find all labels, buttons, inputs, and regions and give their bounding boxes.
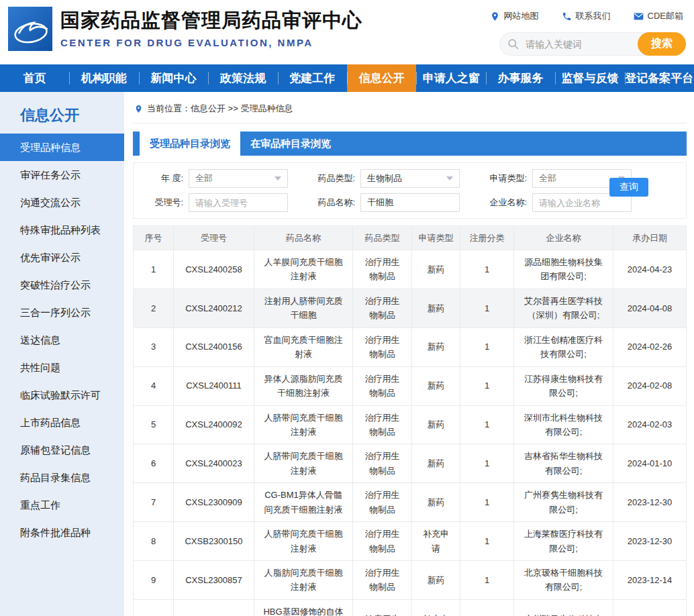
table-header-cell: 序号 <box>134 226 174 250</box>
cell-acceptance-no: CXSB2300150 <box>174 522 254 561</box>
mailbox-link[interactable]: CDE邮箱 <box>634 10 683 22</box>
table-row: 4 CXSL2400111 异体人源脂肪间充质干细胞注射液 治疗用生物制品 新药… <box>134 366 687 405</box>
cell-seq: 1 <box>134 250 174 289</box>
search-button[interactable]: 搜索 <box>638 32 686 56</box>
year-label: 年 度: <box>139 172 183 185</box>
nav-item[interactable]: 新闻中心 <box>139 64 208 92</box>
cell-company: 吉林省拓华生物科技有限公司; <box>514 444 613 483</box>
cell-reg-class: 1 <box>460 444 514 483</box>
cell-reg-class: 1 <box>460 483 514 522</box>
nav-item[interactable]: 首页 <box>0 64 69 92</box>
cell-company: 源品细胞生物科技集团有限公司; <box>514 250 613 289</box>
cell-drug-name: 人脐带间充质干细胞注射液 <box>254 444 353 483</box>
sitemap-link[interactable]: 网站地图 <box>490 10 539 22</box>
nav-item[interactable]: 监督与反馈 <box>555 64 624 92</box>
nav-item[interactable]: 信息公开 <box>347 64 416 92</box>
nav-item[interactable]: 办事服务 <box>486 64 555 92</box>
sidebar-item[interactable]: 受理品种信息 <box>0 134 124 161</box>
drug-name-input[interactable] <box>360 193 460 212</box>
sidebar-item[interactable]: 重点工作 <box>0 491 124 519</box>
table-header-cell: 受理号 <box>174 226 254 250</box>
sidebar-item[interactable]: 临床试验默示许可 <box>0 381 124 409</box>
cell-acceptance-no: CXSB2300138 <box>174 599 254 616</box>
cell-apply-type: 新药 <box>412 250 460 289</box>
cell-drug-name: 人羊膜间充质干细胞注射液 <box>254 250 353 289</box>
tab[interactable]: 在审品种目录浏览 <box>240 132 341 156</box>
cell-reg-class: 1 <box>460 250 514 289</box>
cde-logo[interactable] <box>8 7 52 51</box>
table-row: 8 CXSB2300150 人脐带间充质干细胞注射液 治疗用生物制品 补充申请 … <box>134 522 687 561</box>
cell-company: 江苏得康生物科技有限公司; <box>514 366 613 405</box>
sidebar-item[interactable]: 特殊审批品种列表 <box>0 216 124 244</box>
chevron-down-icon <box>275 176 281 181</box>
swan-logo-icon <box>8 7 52 51</box>
cell-seq: 4 <box>134 366 174 405</box>
cell-drug-name: 宫血间充质干细胞注射液 <box>254 327 353 366</box>
cell-acceptance-no: CXSL2400156 <box>174 327 254 366</box>
acceptance-no-label: 受理号: <box>139 197 183 209</box>
site-identity: 国家药品监督管理局药品审评中心 CENTER FOR DRUG EVALUATI… <box>60 9 362 48</box>
sidebar-item[interactable]: 送达信息 <box>0 326 124 354</box>
nav-item[interactable]: 申请人之窗 <box>416 64 485 92</box>
sidebar-item[interactable]: 药品目录集信息 <box>0 464 124 491</box>
cell-company: 深圳市北科生物科技有限公司; <box>514 405 613 444</box>
nav-item[interactable]: 机构职能 <box>69 64 138 92</box>
mail-icon <box>634 11 644 21</box>
sidebar-item[interactable]: 上市药品信息 <box>0 409 124 436</box>
cell-drug-name: 异体人源脂肪间充质干细胞注射液 <box>254 366 353 405</box>
nav-item[interactable]: 政策法规 <box>208 64 277 92</box>
tab-bar: 受理品种目录浏览 在审品种目录浏览 <box>133 132 687 156</box>
cell-drug-type: 治疗用生物制品 <box>353 327 412 366</box>
cell-seq: 8 <box>134 522 174 561</box>
filter-row-2: 受理号: 药品名称: 企业名称: <box>139 193 686 212</box>
cell-drug-type: 治疗用生物制品 <box>353 250 412 289</box>
cell-reg-class: 1 <box>460 405 514 444</box>
cell-seq: 3 <box>134 327 174 366</box>
cell-drug-type: 治疗用生物制品 <box>353 522 412 561</box>
sidebar-item[interactable]: 原辅包登记信息 <box>0 436 124 464</box>
cell-company: 北京瑷格干细胞科技有限公司; <box>514 561 613 600</box>
drug-name-label: 药品名称: <box>304 197 355 209</box>
cell-date: 2024-02-08 <box>613 366 687 405</box>
table-row: 6 CXSL2400023 人脐带间充质干细胞注射液 治疗用生物制品 新药 1 … <box>134 444 687 483</box>
sidebar-item[interactable]: 优先审评公示 <box>0 244 124 271</box>
cell-reg-class: 1 <box>460 327 514 366</box>
contact-label: 联系我们 <box>576 10 611 22</box>
cell-company: 上海莱馥医疗科技有限公司; <box>514 522 613 561</box>
cell-company: 艾尔普再生医学科技（深圳）有限公司; <box>514 289 613 327</box>
breadcrumb-text: 当前位置：信息公开 >> 受理品种信息 <box>147 103 293 115</box>
cell-apply-type: 新药 <box>412 289 460 327</box>
cell-seq: 5 <box>134 405 174 444</box>
site-subtitle: CENTER FOR DRUG EVALUATION, NMPA <box>60 37 362 48</box>
cell-reg-class: 1 <box>460 599 514 616</box>
cell-acceptance-no: CXSL2400023 <box>174 444 254 483</box>
sidebar-item[interactable]: 共性问题 <box>0 354 124 381</box>
table-header-cell: 注册分类 <box>460 226 514 250</box>
query-button[interactable]: 查询 <box>609 178 648 197</box>
nav-item[interactable]: 登记备案平台 <box>625 64 694 92</box>
cell-date: 2024-01-10 <box>613 444 687 483</box>
table-header-cell: 申请类型 <box>412 226 460 250</box>
sidebar-item[interactable]: 审评任务公示 <box>0 161 124 189</box>
year-select[interactable]: 全部 <box>189 169 288 188</box>
cell-reg-class: 1 <box>460 289 514 327</box>
drug-type-select[interactable]: 生物制品 <box>360 169 460 188</box>
cell-drug-type: 治疗用生物制品 <box>353 289 412 327</box>
drug-type-value: 生物制品 <box>367 172 402 185</box>
sidebar-item[interactable]: 三合一序列公示 <box>0 299 124 326</box>
cell-date: 2023-11-30 <box>613 599 687 616</box>
sidebar-item[interactable]: 附条件批准品种 <box>0 519 124 546</box>
nav-item[interactable]: 党建工作 <box>278 64 347 92</box>
page-body: 信息公开 受理品种信息 审评任务公示 沟通交流公示 特殊审批品种列表 优先审评公… <box>0 92 694 616</box>
contact-link[interactable]: 联系我们 <box>562 10 611 22</box>
cell-apply-type: 新药 <box>412 444 460 483</box>
main-content: 当前位置：信息公开 >> 受理品种信息 受理品种目录浏览 在审品种目录浏览 年 … <box>124 92 694 616</box>
cell-drug-type: 治疗用生物制品 <box>353 444 412 483</box>
table-row: 9 CXSL2300857 人脂肪间充质干细胞注射液 治疗用生物制品 新药 1 … <box>134 561 687 600</box>
sidebar-item[interactable]: 沟通交流公示 <box>0 189 124 216</box>
sidebar-item[interactable]: 突破性治疗公示 <box>0 271 124 299</box>
tab[interactable]: 受理品种目录浏览 <box>140 132 240 156</box>
cell-reg-class: 1 <box>460 522 514 561</box>
quick-links: 网站地图 联系我们 CDE邮箱 <box>490 10 683 22</box>
acceptance-no-input[interactable] <box>189 193 288 212</box>
